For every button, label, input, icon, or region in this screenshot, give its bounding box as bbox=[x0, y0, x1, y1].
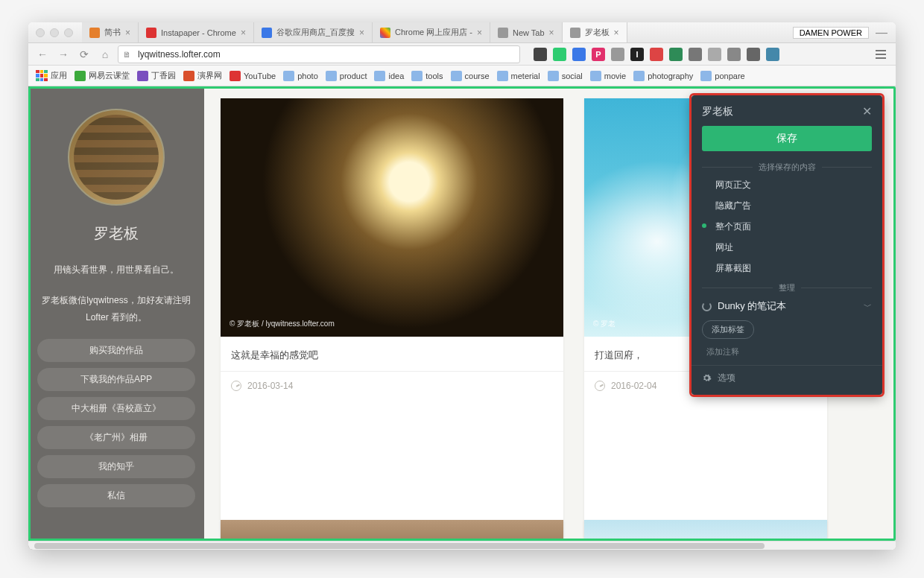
folder-icon bbox=[283, 71, 294, 81]
bookmark-item[interactable]: 丁香园 bbox=[137, 70, 176, 81]
close-tab-icon[interactable]: × bbox=[614, 28, 619, 38]
chrome-profile[interactable]: DAMEN POWER bbox=[793, 27, 869, 39]
save-button[interactable]: 保存 bbox=[702, 126, 872, 151]
bookmark-item[interactable]: meterial bbox=[497, 71, 540, 81]
browser-tab[interactable]: New Tab× bbox=[490, 22, 563, 42]
tab-title: 罗老板 bbox=[585, 27, 610, 38]
extension-icons: PI bbox=[534, 48, 779, 61]
extension-icon[interactable] bbox=[747, 48, 760, 61]
clock-icon bbox=[595, 381, 605, 391]
clip-type-option[interactable]: 整个页面 bbox=[715, 220, 872, 233]
bookmark-item[interactable]: tools bbox=[411, 71, 443, 81]
post-card[interactable]: © 罗老板 / lyqwitness.lofter.com 这就是幸福的感觉吧 … bbox=[221, 98, 563, 538]
extension-icon[interactable] bbox=[553, 48, 566, 61]
bookmark-item[interactable]: product bbox=[326, 71, 367, 81]
favicon bbox=[262, 28, 272, 38]
gear-icon bbox=[702, 373, 712, 383]
bookmark-item[interactable]: 演界网 bbox=[183, 70, 222, 81]
clip-type-option[interactable]: 网址 bbox=[715, 241, 872, 254]
tab-title: 简书 bbox=[104, 27, 121, 38]
extension-icon[interactable] bbox=[689, 48, 702, 61]
favicon bbox=[137, 71, 148, 81]
notebook-selector[interactable]: Dunky 的笔记本 ﹀ bbox=[702, 299, 872, 313]
sidebar-link[interactable]: 私信 bbox=[37, 484, 195, 507]
bookmarks-bar: 应用网易云课堂丁香园演界网YouTubephotoproductideatool… bbox=[28, 66, 896, 86]
bookmark-item[interactable]: photo bbox=[283, 71, 318, 81]
clock-icon bbox=[231, 381, 241, 391]
home-button[interactable]: ⌂ bbox=[97, 46, 113, 63]
page-viewport: 罗老板 用镜头看世界，用世界看自己。 罗老板微信lyqwitness，加好友请注… bbox=[28, 86, 896, 550]
extension-icon[interactable] bbox=[572, 48, 586, 61]
folder-icon bbox=[700, 71, 712, 81]
favicon bbox=[498, 28, 508, 38]
bookmark-item[interactable]: 网易云课堂 bbox=[75, 70, 130, 81]
extension-icon[interactable] bbox=[727, 48, 741, 61]
browser-tab[interactable]: Chrome 网上应用店 -× bbox=[373, 22, 490, 42]
forward-button[interactable]: → bbox=[55, 46, 72, 63]
browser-tab[interactable]: 简书× bbox=[82, 22, 139, 42]
traffic-lights[interactable] bbox=[36, 28, 73, 37]
extension-icon[interactable] bbox=[534, 48, 547, 61]
close-tab-icon[interactable]: × bbox=[549, 28, 554, 38]
close-tab-icon[interactable]: × bbox=[477, 28, 482, 38]
browser-tab[interactable]: 罗老板× bbox=[563, 22, 627, 42]
extension-icon[interactable] bbox=[708, 48, 721, 61]
clip-type-option[interactable]: 屏幕截图 bbox=[715, 262, 872, 275]
bookmark-item[interactable]: 应用 bbox=[36, 70, 67, 82]
close-tab-icon[interactable]: × bbox=[359, 28, 364, 38]
tab-title: 谷歌应用商店_百度搜 bbox=[276, 27, 355, 38]
bookmark-item[interactable]: photography bbox=[633, 71, 693, 81]
clip-type-option[interactable]: 网页正文 bbox=[715, 179, 872, 191]
browser-tab[interactable]: 谷歌应用商店_百度搜× bbox=[254, 22, 373, 42]
sidebar-link[interactable]: 我的知乎 bbox=[37, 455, 195, 478]
sidebar-link[interactable]: 下载我的作品APP bbox=[37, 368, 195, 391]
post-image[interactable]: © 罗老板 / lyqwitness.lofter.com bbox=[221, 98, 563, 337]
options-label: 选项 bbox=[718, 372, 735, 384]
profile-name: 罗老板 bbox=[37, 223, 195, 244]
tab-title: Instapaper - Chrome bbox=[161, 28, 236, 37]
clip-type-option[interactable]: 隐藏广告 bbox=[715, 200, 872, 212]
add-note-button[interactable]: 添加注释 bbox=[706, 346, 872, 358]
address-bar[interactable]: 🗎 lyqwitness.lofter.com bbox=[118, 45, 520, 63]
extension-icon[interactable] bbox=[766, 48, 779, 61]
tab-title: Chrome 网上应用店 - bbox=[395, 27, 472, 38]
sidebar-link[interactable]: 购买我的作品 bbox=[37, 339, 195, 362]
back-button[interactable]: ← bbox=[34, 46, 51, 63]
bookmark-item[interactable]: social bbox=[548, 71, 583, 81]
page-info-icon: 🗎 bbox=[123, 50, 133, 59]
chevron-down-icon: ﹀ bbox=[864, 301, 872, 312]
tab-title: New Tab bbox=[513, 28, 545, 37]
folder-icon bbox=[374, 71, 385, 81]
sidebar-link[interactable]: 中大相册《吾校矗立》 bbox=[37, 397, 195, 420]
bookmark-item[interactable]: idea bbox=[374, 71, 404, 81]
post-date: 2016-02-04 bbox=[611, 381, 656, 391]
bookmark-item[interactable]: ponpare bbox=[700, 71, 744, 81]
folder-icon bbox=[451, 71, 462, 81]
chrome-menu-icon[interactable] bbox=[872, 50, 890, 59]
options-button[interactable]: 选项 bbox=[702, 372, 872, 384]
close-tab-icon[interactable]: × bbox=[125, 28, 130, 38]
browser-window: 简书×Instapaper - Chrome×谷歌应用商店_百度搜×Chrome… bbox=[28, 22, 896, 550]
url-text: lyqwitness.lofter.com bbox=[138, 49, 221, 60]
extension-icon[interactable]: P bbox=[592, 48, 605, 61]
bookmark-item[interactable]: movie bbox=[590, 71, 626, 81]
extension-icon[interactable]: I bbox=[630, 48, 644, 61]
apps-icon bbox=[36, 70, 48, 82]
browser-tab[interactable]: Instapaper - Chrome× bbox=[139, 22, 254, 42]
add-tag-button[interactable]: 添加标签 bbox=[702, 320, 754, 339]
tab-overflow-icon[interactable]: — bbox=[875, 26, 888, 39]
close-icon[interactable]: ✕ bbox=[862, 104, 872, 118]
extension-icon[interactable] bbox=[611, 48, 624, 61]
avatar[interactable] bbox=[68, 109, 165, 206]
bookmark-item[interactable]: YouTube bbox=[230, 71, 276, 81]
folder-icon bbox=[633, 71, 645, 81]
folder-icon bbox=[590, 71, 601, 81]
extension-icon[interactable] bbox=[650, 48, 663, 61]
profile-bio-2: 罗老板微信lyqwitness，加好友请注明Lofter 看到的。 bbox=[37, 292, 195, 326]
horizontal-scrollbar[interactable] bbox=[28, 541, 896, 550]
close-tab-icon[interactable]: × bbox=[241, 28, 246, 38]
reload-button[interactable]: ⟳ bbox=[76, 46, 92, 63]
bookmark-item[interactable]: course bbox=[451, 71, 490, 81]
extension-icon[interactable] bbox=[669, 48, 683, 61]
sidebar-link[interactable]: 《老广州》相册 bbox=[37, 426, 195, 449]
